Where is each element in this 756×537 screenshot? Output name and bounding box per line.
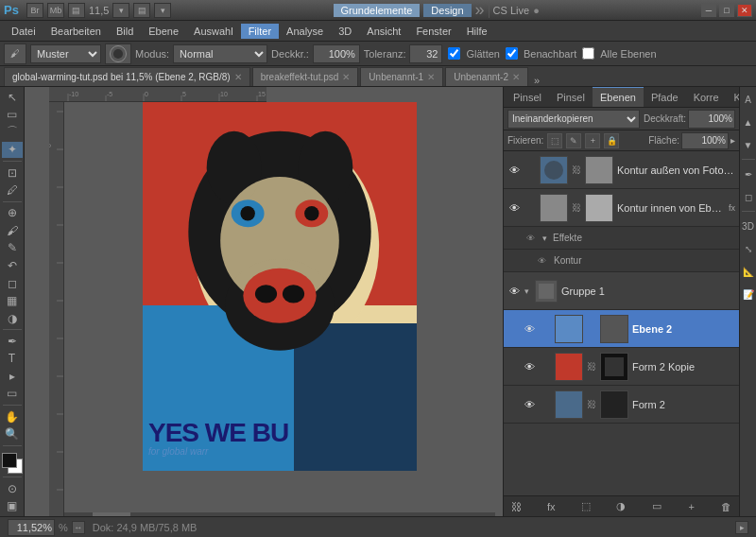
cs-live-icon[interactable]: ●	[533, 5, 540, 16]
h-scrollbar-thumb[interactable]	[93, 512, 130, 516]
view-icon[interactable]: ▤	[133, 3, 150, 18]
panel-tab-ebenen[interactable]: Ebenen	[593, 87, 644, 107]
brush-preview[interactable]	[105, 43, 131, 64]
crop-tool[interactable]: ⊡	[2, 165, 23, 182]
ri-shape-icon[interactable]: ◻	[741, 186, 756, 207]
layer-vis-form2kopie[interactable]: 👁	[523, 360, 536, 373]
quick-mask-btn[interactable]: ⊙	[2, 480, 23, 497]
menu-bearbeiten[interactable]: Bearbeiten	[43, 24, 109, 39]
menu-fenster[interactable]: Fenster	[408, 24, 458, 39]
layer-group-btn[interactable]: ▭	[648, 498, 665, 515]
menu-auswahl[interactable]: Auswahl	[186, 24, 241, 39]
toleranz-input[interactable]	[409, 44, 442, 63]
menu-datei[interactable]: Datei	[4, 24, 43, 39]
layer-item-gruppe1[interactable]: 👁 ▾ Gruppe 1	[504, 272, 739, 310]
tab-unbenannt2-close[interactable]: ✕	[512, 72, 520, 82]
group-expand[interactable]: ▾	[524, 286, 529, 296]
eraser-tool[interactable]: ◻	[2, 275, 23, 292]
brush-tool[interactable]: 🖌	[2, 222, 23, 239]
timeline-scroll-btn[interactable]: ▸	[735, 521, 748, 534]
panel-tab-pinsel1[interactable]: Pinsel	[506, 87, 549, 107]
tab-global-warming-close[interactable]: ✕	[234, 72, 242, 82]
layer-vis-ebene2[interactable]: 👁	[523, 322, 536, 336]
layer-delete-btn[interactable]: 🗑	[718, 498, 735, 515]
layer-new-btn[interactable]: +	[683, 498, 700, 515]
shape-tool[interactable]: ▭	[2, 386, 23, 403]
ri-note-icon[interactable]: 📝	[741, 284, 756, 304]
layer-item-form2[interactable]: 👁 ⛓ Form 2	[504, 386, 739, 424]
lock-transparent-icon[interactable]: ⬚	[547, 133, 562, 148]
close-btn[interactable]: ✕	[737, 4, 752, 17]
zoom-tool[interactable]: 🔍	[2, 425, 23, 442]
workspace-design-btn[interactable]: Design	[423, 4, 471, 17]
ri-3d-icon[interactable]: 3D	[741, 216, 756, 236]
benachbart-checkbox[interactable]	[506, 47, 518, 60]
tab-unbenannt1[interactable]: Unbenannt-1 ✕	[360, 67, 443, 86]
lasso-tool[interactable]: ⌒	[2, 124, 23, 141]
alle-ebenen-checkbox[interactable]	[582, 47, 594, 60]
bridge-icon[interactable]: Br	[26, 3, 43, 18]
panel-tab-pinsel2[interactable]: Pinsel	[549, 87, 593, 107]
move-tool[interactable]: ↖	[2, 89, 23, 106]
minibrige-icon[interactable]: Mb	[47, 3, 64, 18]
pen-tool[interactable]: ✒	[2, 333, 23, 350]
ri-arrow-up[interactable]: ▲	[741, 112, 756, 132]
tab-unbenannt1-close[interactable]: ✕	[427, 72, 435, 82]
minimize-btn[interactable]: ─	[701, 4, 716, 17]
fill-input[interactable]	[681, 132, 729, 149]
ri-arrow-down[interactable]: ▼	[741, 134, 756, 155]
tab-breakeffekt-close[interactable]: ✕	[342, 72, 350, 82]
zoom-scroll-btn[interactable]: ↔	[72, 521, 85, 534]
dodge-tool[interactable]: ◑	[2, 310, 23, 327]
layer-item-kontur-innen[interactable]: 👁 ⛓ Kontur innen von Ebene 2 fx	[504, 189, 739, 227]
blend-mode-select[interactable]: Ineinanderkopieren	[507, 110, 640, 129]
tab-unbenannt2[interactable]: Unbenannt-2 ✕	[445, 67, 528, 86]
modus-select[interactable]: Normal	[173, 44, 267, 63]
menu-analyse[interactable]: Analyse	[279, 24, 331, 39]
hand-tool[interactable]: ✋	[2, 408, 23, 425]
history-brush[interactable]: ↶	[2, 257, 23, 274]
layer-mask-btn[interactable]: ⬚	[577, 498, 594, 515]
layer-fx-btn[interactable]: fx	[542, 498, 559, 515]
layer-item-kontur-aussen[interactable]: 👁 ⛓ Kontur außen von Fotolia_9651...	[504, 151, 739, 189]
effekte-collapse[interactable]: ▾	[542, 234, 547, 243]
lock-all-icon[interactable]: 🔒	[604, 133, 619, 148]
h-scrollbar[interactable]	[64, 512, 495, 516]
deckkraft-input[interactable]	[313, 44, 360, 63]
menu-3d[interactable]: 3D	[331, 24, 359, 39]
clone-tool[interactable]: ✎	[2, 240, 23, 257]
foreground-color[interactable]	[2, 453, 17, 468]
layer-adjust-btn[interactable]: ◑	[612, 498, 629, 515]
marquee-tool[interactable]: ▭	[2, 107, 23, 124]
ri-text-icon[interactable]: A	[741, 89, 756, 110]
eyedropper-tool[interactable]: 🖊	[2, 182, 23, 199]
healing-tool[interactable]: ⊕	[2, 205, 23, 222]
opacity-input[interactable]	[688, 110, 735, 129]
lock-position-icon[interactable]: +	[585, 133, 600, 148]
menu-ebene[interactable]: Ebene	[141, 24, 186, 39]
fill-arrow[interactable]: ▸	[730, 135, 735, 146]
layer-vis-gruppe1[interactable]: 👁	[507, 285, 521, 298]
panel-tab-korre[interactable]: Korre	[686, 87, 727, 107]
zoom-input[interactable]	[8, 519, 55, 536]
text-tool[interactable]: T	[2, 351, 23, 368]
tool-preset-icon[interactable]: ▤	[68, 3, 85, 18]
layer-item-form2kopie[interactable]: 👁 ⛓ Form 2 Kopie	[504, 348, 739, 386]
layer-item-kontur-effect[interactable]: 👁 Kontur	[504, 250, 739, 272]
magic-wand-tool[interactable]: ✦	[2, 142, 23, 159]
ri-pen-icon[interactable]: ✒	[741, 164, 756, 184]
layer-vis-kontur-aussen[interactable]: 👁	[507, 164, 521, 177]
layer-vis-form2[interactable]: 👁	[523, 398, 536, 411]
gradient-tool[interactable]: ▦	[2, 292, 23, 309]
glaetten-checkbox[interactable]	[448, 47, 460, 60]
screen-mode-btn[interactable]: ▣	[2, 497, 23, 514]
layer-vis-kontur-innen[interactable]: 👁	[507, 201, 521, 215]
tab-breakeffekt[interactable]: breakeffekt-tut.psd ✕	[252, 67, 359, 86]
preset-select[interactable]: Muster	[30, 44, 101, 63]
layer-link-btn[interactable]: ⛓	[507, 498, 524, 515]
menu-ansicht[interactable]: Ansicht	[359, 24, 408, 39]
workspace-more-btn[interactable]: »	[475, 0, 485, 20]
path-select[interactable]: ▸	[2, 368, 23, 385]
menu-bild[interactable]: Bild	[109, 24, 141, 39]
lock-image-icon[interactable]: ✎	[566, 133, 581, 148]
